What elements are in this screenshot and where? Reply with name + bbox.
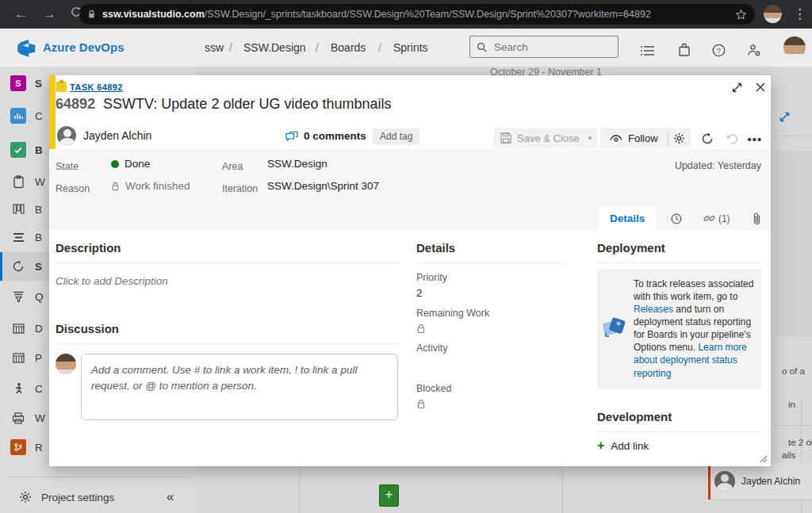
area-label: Area: [222, 161, 243, 172]
dialog-resize-grip[interactable]: [757, 453, 768, 463]
blocked-label: Blocked: [416, 383, 567, 394]
current-user-avatar: [56, 354, 76, 374]
task-type-color-bar: [49, 75, 56, 149]
assignee-picker[interactable]: Jayden Alchin: [57, 126, 151, 145]
plus-icon: +: [597, 440, 604, 451]
tab-attachments[interactable]: [737, 207, 777, 230]
links-count: (1): [718, 213, 730, 224]
releases-rocket-icon: [600, 312, 629, 380]
tab-details[interactable]: Details: [599, 207, 656, 230]
lock-icon: [416, 323, 567, 334]
description-heading: Description: [56, 230, 398, 263]
breadcrumb-boards[interactable]: Boards: [331, 41, 366, 54]
reason-value: Work finished: [111, 180, 190, 192]
description-placeholder[interactable]: Click to add Description: [56, 275, 398, 287]
screen: { "browser": { "url_domain": "ssw.visual…: [0, 0, 812, 513]
notification-settings-gear-icon[interactable]: [668, 128, 691, 148]
remaining-work-label: Remaining Work: [416, 308, 567, 319]
work-item-type-link[interactable]: TASK 64892: [70, 82, 123, 92]
assignee-name: Jayden Alchin: [83, 129, 151, 142]
svg-text:?: ?: [717, 46, 721, 55]
product-name[interactable]: Azure DevOps: [43, 40, 124, 54]
deployment-info-panel: To track releases associated with this w…: [597, 270, 761, 389]
done-state-dot-icon: [111, 160, 119, 168]
breadcrumb-separator: /: [378, 41, 381, 54]
iteration-label: Iteration: [222, 183, 258, 194]
comments-button[interactable]: 0 comments: [285, 130, 366, 142]
follow-button[interactable]: Follow: [600, 128, 668, 148]
browser-menu-icon[interactable]: ⋮: [793, 6, 806, 22]
dialog-expand-icon[interactable]: [731, 82, 743, 94]
lock-icon: [416, 399, 567, 409]
deployment-text: To track releases associated with this w…: [634, 278, 753, 302]
comments-icon: [285, 131, 298, 142]
updated-timestamp: Updated: Yesterday: [675, 160, 761, 171]
work-items-list-icon[interactable]: [641, 45, 655, 56]
search-icon: [477, 42, 487, 52]
reason-label: Reason: [56, 183, 90, 194]
url-text: ssw.visualstudio.com/SSW.Design/_sprints…: [102, 9, 735, 20]
marketplace-bag-icon[interactable]: [678, 43, 691, 57]
discussion-heading: Discussion: [56, 311, 398, 344]
task-type-icon: [56, 82, 67, 92]
state-value[interactable]: Done: [111, 158, 150, 170]
field-summary-band: State Done Reason Work finished Area SSW…: [49, 149, 771, 231]
azure-devops-logo-icon[interactable]: [17, 40, 36, 57]
development-heading: Development: [597, 399, 761, 432]
user-avatar[interactable]: [783, 36, 806, 59]
details-heading: Details: [416, 230, 567, 263]
refresh-icon[interactable]: [698, 129, 717, 148]
work-item-id: 64892: [56, 96, 95, 113]
add-tag-button[interactable]: Add tag: [373, 128, 419, 144]
dialog-close-icon[interactable]: [755, 82, 766, 93]
url-bar[interactable]: ssw.visualstudio.com/SSW.Design/_sprints…: [79, 4, 755, 25]
app-header: Azure DevOps ssw / SSW.Design / Boards /…: [0, 29, 812, 67]
forward-icon[interactable]: →: [43, 6, 56, 22]
undo-icon: [723, 129, 742, 148]
lock-icon: [111, 182, 120, 191]
priority-label: Priority: [416, 272, 567, 283]
browser-profile-avatar[interactable]: [764, 5, 782, 23]
dialog-tabs: Details (1): [599, 207, 777, 230]
deployment-heading: Deployment: [597, 230, 761, 263]
state-label: State: [56, 161, 79, 172]
follow-eye-icon: [610, 134, 622, 143]
help-icon[interactable]: ?: [712, 44, 726, 57]
tab-history[interactable]: [656, 207, 696, 230]
search-input[interactable]: [492, 40, 599, 54]
save-dropdown-caret-icon[interactable]: ▾: [588, 134, 592, 142]
priority-value[interactable]: 2: [416, 287, 567, 299]
user-settings-icon[interactable]: [747, 44, 761, 57]
breadcrumb-sprints[interactable]: Sprints: [393, 41, 428, 54]
work-item-dialog: TASK 64892 64892 SSWTV: Update 2 older U…: [49, 75, 771, 466]
breadcrumb-separator: /: [316, 41, 319, 54]
area-value[interactable]: SSW.Design: [267, 158, 327, 170]
releases-link[interactable]: Releases: [634, 304, 673, 315]
work-item-title[interactable]: SSWTV: Update 2 older UG video thumbnail…: [103, 96, 674, 113]
browser-toolbar: ← → ssw.visualstudio.com/SSW.Design/_spr…: [0, 0, 812, 29]
search-box[interactable]: [469, 36, 619, 58]
assignee-avatar-icon: [57, 126, 76, 145]
back-icon[interactable]: ←: [14, 6, 28, 22]
bookmark-star-icon[interactable]: [735, 9, 747, 21]
activity-label: Activity: [416, 343, 567, 354]
padlock-icon: [87, 10, 96, 19]
iteration-value[interactable]: SSW.Design\Sprint 307: [267, 180, 379, 192]
follow-button-group: Follow: [600, 128, 691, 148]
dialog-content: Description Click to add Description Dis…: [49, 230, 771, 466]
more-actions-icon[interactable]: •••: [745, 129, 764, 148]
breadcrumb-separator: /: [229, 41, 232, 54]
add-link-button[interactable]: + Add link: [597, 440, 761, 452]
breadcrumb-project[interactable]: SSW.Design: [243, 41, 306, 54]
save-icon: [500, 132, 511, 144]
breadcrumb-org[interactable]: ssw: [205, 41, 224, 54]
comment-input[interactable]: Add a comment. Use # to link a work item…: [81, 354, 398, 420]
tab-links[interactable]: (1): [696, 207, 737, 230]
save-and-close-button[interactable]: Save & Close ▾: [494, 128, 597, 148]
